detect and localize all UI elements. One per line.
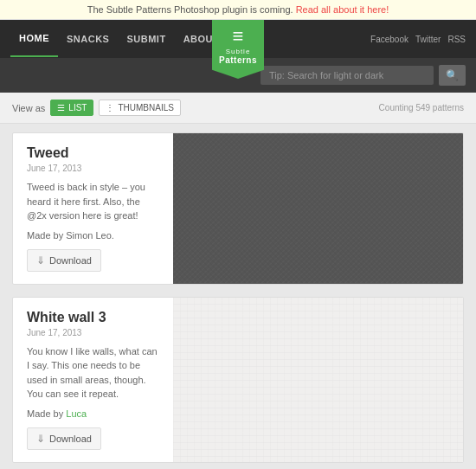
search-input[interactable] bbox=[261, 66, 434, 85]
main-content: Tweed June 17, 2013 Tweed is back in sty… bbox=[0, 124, 476, 469]
search-button[interactable]: 🔍 bbox=[439, 65, 466, 86]
list-icon: ☰ bbox=[57, 103, 65, 112]
pattern-card: White wall 3 June 17, 2013 You know I li… bbox=[12, 297, 464, 463]
pattern-info: Tweed June 17, 2013 Tweed is back in sty… bbox=[13, 133, 173, 284]
download-button[interactable]: ⇓ Download bbox=[27, 427, 101, 450]
announcement-text: The Subtle Patterns Photoshop plugin is … bbox=[87, 4, 293, 15]
pattern-made-by: Made by Simon Leo. bbox=[27, 230, 159, 241]
pattern-date: June 17, 2013 bbox=[27, 328, 159, 337]
download-icon: ⇓ bbox=[36, 254, 45, 267]
header: HOME SNACKS SUBMIT ABOUT & FAQ ≡ Subtle … bbox=[0, 20, 476, 58]
logo-area[interactable]: ≡ Subtle Patterns bbox=[212, 20, 264, 79]
nav-submit[interactable]: SUBMIT bbox=[118, 22, 174, 56]
pattern-preview-white-wall bbox=[173, 298, 463, 462]
facebook-link[interactable]: Facebook bbox=[370, 35, 408, 44]
rss-link[interactable]: RSS bbox=[447, 35, 466, 44]
logo-patterns: Patterns bbox=[219, 55, 257, 65]
author-link[interactable]: Luca bbox=[66, 408, 87, 419]
announcement-bar: The Subtle Patterns Photoshop plugin is … bbox=[0, 0, 476, 20]
thumbnails-view-button[interactable]: ⋮ THUMBNAILS bbox=[99, 100, 180, 116]
pattern-card: Tweed June 17, 2013 Tweed is back in sty… bbox=[12, 132, 464, 285]
list-view-button[interactable]: ☰ LIST bbox=[50, 100, 93, 116]
pattern-made-by: Made by Luca bbox=[27, 408, 159, 419]
thumbnails-label: THUMBNAILS bbox=[118, 103, 173, 112]
logo-icon: ≡ bbox=[233, 27, 244, 46]
download-icon: ⇓ bbox=[36, 433, 45, 445]
nav-home[interactable]: HOME bbox=[10, 21, 58, 57]
view-left: View as ☰ LIST ⋮ THUMBNAILS bbox=[12, 100, 181, 116]
view-as-label: View as bbox=[12, 103, 45, 113]
twitter-link[interactable]: Twitter bbox=[415, 35, 441, 44]
view-controls: View as ☰ LIST ⋮ THUMBNAILS Counting 549… bbox=[0, 93, 476, 124]
download-label: Download bbox=[49, 434, 92, 444]
download-button[interactable]: ⇓ Download bbox=[27, 249, 101, 272]
header-right: Facebook Twitter RSS bbox=[370, 35, 466, 44]
list-label: LIST bbox=[68, 103, 87, 112]
announcement-link[interactable]: Read all about it here! bbox=[296, 4, 389, 15]
logo-subtle: Subtle bbox=[226, 48, 251, 55]
thumbnails-icon: ⋮ bbox=[106, 103, 114, 112]
pattern-desc: Tweed is back in style – you heard it he… bbox=[27, 180, 159, 223]
pattern-title: Tweed bbox=[27, 145, 159, 161]
logo-box: ≡ Subtle Patterns bbox=[212, 20, 264, 79]
pattern-date: June 17, 2013 bbox=[27, 164, 159, 173]
download-label: Download bbox=[49, 255, 92, 266]
pattern-count: Counting 549 patterns bbox=[379, 103, 464, 112]
pattern-preview-tweed bbox=[173, 133, 463, 284]
nav-snacks[interactable]: SNACKS bbox=[58, 22, 118, 56]
pattern-info: White wall 3 June 17, 2013 You know I li… bbox=[13, 298, 173, 462]
pattern-title: White wall 3 bbox=[27, 310, 159, 325]
pattern-desc: You know I like walls, what can I say. T… bbox=[27, 344, 159, 402]
